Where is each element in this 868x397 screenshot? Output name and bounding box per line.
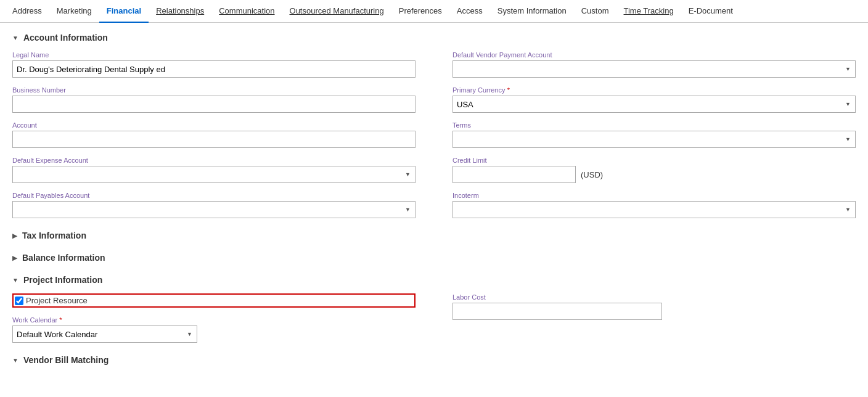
work-calendar-select[interactable]: Default Work Calendar [12, 325, 197, 343]
default-vendor-payment-label: Default Vendor Payment Account [452, 51, 856, 59]
chevron-right-icon: ▶ [12, 232, 17, 239]
labor-cost-field: Labor Cost [452, 293, 856, 320]
business-number-input[interactable] [12, 96, 416, 113]
default-expense-account-field: Default Expense Account [12, 157, 416, 183]
primary-currency-select[interactable]: USA [452, 96, 856, 113]
balance-information-title: Balance Information [22, 253, 105, 263]
default-payables-select-wrapper [12, 201, 416, 218]
labor-cost-label: Labor Cost [452, 293, 856, 301]
balance-information-section: ▶ Balance Information [12, 253, 856, 263]
tab-preferences[interactable]: Preferences [391, 0, 449, 23]
account-information-header[interactable]: ▼ Account Information [12, 33, 856, 43]
legal-name-input[interactable] [12, 60, 416, 78]
legal-name-field: Legal Name [12, 51, 416, 78]
tab-outsourced[interactable]: Outsourced Manufacturing [282, 0, 391, 23]
terms-field: Terms [452, 121, 856, 148]
project-resource-checkbox[interactable] [15, 297, 23, 305]
default-vendor-payment-select-wrapper [452, 60, 856, 78]
account-input[interactable] [12, 131, 416, 148]
labor-cost-input[interactable] [452, 303, 662, 320]
chevron-right-icon-2: ▶ [12, 255, 17, 261]
account-information-form: Legal Name Business Number Account Defau… [12, 51, 856, 218]
tab-relationships[interactable]: Relationships [149, 0, 211, 23]
project-info-form: Project Resource Work Calendar Default W… [12, 293, 856, 343]
tab-address[interactable]: Address [5, 0, 49, 23]
primary-currency-label: Primary Currency [452, 86, 856, 94]
tab-communication[interactable]: Communication [211, 0, 282, 23]
account-information-title: Account Information [23, 33, 108, 43]
project-information-section: ▼ Project Information Project Resource W… [12, 275, 856, 343]
credit-limit-input[interactable] [452, 166, 576, 183]
project-info-right-col: Labor Cost [452, 293, 856, 343]
account-field: Account [12, 121, 416, 148]
incoterm-field: Incoterm [452, 192, 856, 218]
business-number-field: Business Number [12, 86, 416, 113]
primary-currency-field: Primary Currency USA [452, 86, 856, 113]
tab-custom[interactable]: Custom [574, 0, 616, 23]
incoterm-label: Incoterm [452, 192, 856, 199]
default-payables-account-field: Default Payables Account [12, 192, 416, 218]
work-calendar-field: Work Calendar Default Work Calendar [12, 316, 416, 343]
tab-financial[interactable]: Financial [99, 0, 149, 23]
project-information-header[interactable]: ▼ Project Information [12, 275, 856, 285]
tab-system-info[interactable]: System Information [490, 0, 574, 23]
credit-limit-row: (USD) [452, 166, 856, 183]
default-vendor-payment-field: Default Vendor Payment Account [452, 51, 856, 78]
main-content: ▼ Account Information Legal Name Busines… [0, 23, 868, 387]
tab-access[interactable]: Access [449, 0, 490, 23]
terms-label: Terms [452, 121, 856, 129]
terms-select-wrapper [452, 131, 856, 148]
account-info-left-col: Legal Name Business Number Account Defau… [12, 51, 416, 218]
legal-name-label: Legal Name [12, 51, 416, 59]
tab-time-tracking[interactable]: Time Tracking [616, 0, 681, 23]
tax-information-title: Tax Information [22, 231, 86, 240]
tax-information-section: ▶ Tax Information [12, 231, 856, 240]
tab-marketing[interactable]: Marketing [49, 0, 99, 23]
usd-label: (USD) [581, 170, 603, 179]
business-number-label: Business Number [12, 86, 416, 94]
default-payables-select[interactable] [12, 201, 416, 218]
account-information-section: ▼ Account Information Legal Name Busines… [12, 33, 856, 218]
default-expense-select-wrapper [12, 166, 416, 183]
chevron-down-icon-2: ▼ [12, 277, 18, 284]
chevron-down-icon-3: ▼ [12, 357, 18, 364]
credit-limit-label: Credit Limit [452, 157, 856, 164]
tab-navigation: Address Marketing Financial Relationship… [0, 0, 868, 23]
project-resource-label: Project Resource [26, 296, 88, 305]
vendor-bill-matching-title: Vendor Bill Matching [23, 355, 108, 365]
account-label: Account [12, 121, 416, 129]
default-payables-label: Default Payables Account [12, 192, 416, 199]
project-resource-field: Project Resource [12, 293, 416, 308]
project-resource-checkbox-outlined: Project Resource [12, 293, 416, 308]
incoterm-select[interactable] [452, 201, 856, 218]
terms-select[interactable] [452, 131, 856, 148]
credit-limit-field: Credit Limit (USD) [452, 157, 856, 183]
primary-currency-select-wrapper: USA [452, 96, 856, 113]
default-expense-select[interactable] [12, 166, 416, 183]
chevron-down-icon: ▼ [12, 35, 18, 41]
balance-information-header[interactable]: ▶ Balance Information [12, 253, 856, 263]
tab-e-document[interactable]: E-Document [681, 0, 740, 23]
default-vendor-payment-select[interactable] [452, 60, 856, 78]
project-info-left-col: Project Resource Work Calendar Default W… [12, 293, 416, 343]
account-info-right-col: Default Vendor Payment Account Primary C… [452, 51, 856, 218]
incoterm-select-wrapper [452, 201, 856, 218]
tax-information-header[interactable]: ▶ Tax Information [12, 231, 856, 240]
work-calendar-label: Work Calendar [12, 316, 416, 324]
project-information-title: Project Information [23, 275, 102, 285]
vendor-bill-matching-section: ▼ Vendor Bill Matching [12, 355, 856, 365]
default-expense-label: Default Expense Account [12, 157, 416, 164]
work-calendar-select-wrapper: Default Work Calendar [12, 325, 197, 343]
vendor-bill-matching-header[interactable]: ▼ Vendor Bill Matching [12, 355, 856, 365]
